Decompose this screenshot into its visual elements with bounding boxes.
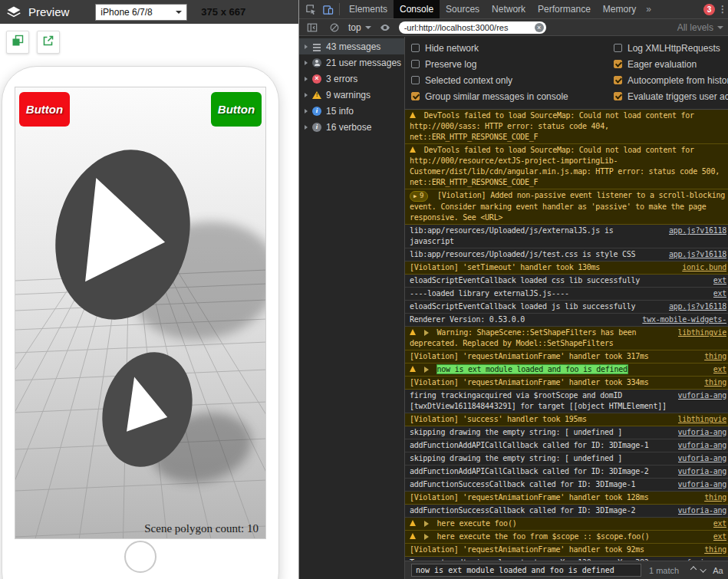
- source-link[interactable]: ext: [713, 531, 726, 542]
- live-expression-eye-icon[interactable]: [377, 19, 394, 36]
- app-button-left[interactable]: Button: [19, 92, 70, 127]
- device-select-value: iPhone 6/7/8: [100, 7, 152, 18]
- clear-console-icon[interactable]: [326, 19, 343, 36]
- expand-caret-icon[interactable]: [305, 93, 308, 97]
- sidebar-filter-info[interactable]: 15 info: [299, 103, 404, 119]
- devtools-tab[interactable]: Elements: [343, 0, 394, 18]
- source-link[interactable]: vuforia-ang: [678, 453, 726, 464]
- source-link[interactable]: vuforia-ang: [678, 390, 726, 401]
- source-link[interactable]: vuforia-ang: [678, 466, 726, 477]
- expand-caret-icon[interactable]: [305, 44, 308, 49]
- source-link[interactable]: vuforia-ang: [678, 479, 726, 490]
- copy-page-button[interactable]: [6, 31, 29, 54]
- console-setting[interactable]: Preserve log: [411, 56, 614, 72]
- checkbox[interactable]: [614, 92, 622, 100]
- expand-caret-icon[interactable]: [305, 61, 308, 65]
- group-count-badge[interactable]: 9: [410, 191, 428, 202]
- message-text: lib:app/resources/Uploaded/js/test.css i…: [410, 250, 635, 258]
- console-filter[interactable]: [399, 21, 546, 34]
- source-link[interactable]: thing: [704, 544, 726, 555]
- source-link[interactable]: ext: [713, 288, 726, 299]
- message-text: [Violation] Added non-passive event list…: [410, 191, 725, 222]
- clear-filter-icon[interactable]: [535, 23, 544, 32]
- device-select[interactable]: iPhone 6/7/8: [95, 4, 187, 21]
- warning-icon: [410, 366, 416, 372]
- source-link[interactable]: libthingvie: [678, 414, 726, 425]
- checkbox[interactable]: [614, 76, 622, 84]
- previous-match-button[interactable]: [691, 564, 696, 577]
- home-button[interactable]: [124, 541, 156, 573]
- expand-caret-icon[interactable]: [305, 77, 308, 81]
- overflow-tabs-icon[interactable]: [642, 4, 655, 15]
- menu-dots-icon[interactable]: [718, 4, 727, 15]
- source-link[interactable]: ionic.bund: [682, 262, 726, 273]
- checkbox[interactable]: [411, 60, 420, 68]
- devtools-tab[interactable]: Performance: [532, 0, 597, 18]
- source-link[interactable]: twx-mobile-widgets-: [642, 314, 726, 325]
- checkbox[interactable]: [411, 76, 420, 84]
- open-external-button[interactable]: [37, 31, 60, 54]
- preview-panel: Preview iPhone 6/7/8 375 x 667: [0, 0, 299, 579]
- console-message: DevTools failed to load SourceMap: Could…: [405, 110, 728, 144]
- devtools-tab[interactable]: Memory: [597, 0, 642, 18]
- message-text: here execute the foo from $scope :: $sco…: [437, 532, 650, 541]
- source-link[interactable]: app.js?v16118: [669, 249, 726, 260]
- source-link[interactable]: libthingvie: [678, 327, 726, 338]
- source-link[interactable]: app.js?v16118: [669, 301, 726, 312]
- devtools-tab[interactable]: Sources: [440, 0, 486, 18]
- console-setting[interactable]: Group similar messages in console: [411, 88, 614, 104]
- match-case-toggle[interactable]: Aa: [713, 566, 723, 575]
- sidebar-filter-warnings[interactable]: 9 warnings: [299, 87, 404, 103]
- checkbox[interactable]: [614, 60, 622, 68]
- checkbox[interactable]: [614, 44, 622, 52]
- expand-caret-icon[interactable]: [424, 330, 429, 336]
- console-setting[interactable]: Selected context only: [411, 72, 614, 88]
- sidebar-filter-user-messages[interactable]: 21 user messages: [299, 54, 404, 71]
- expand-caret-icon[interactable]: [305, 125, 308, 130]
- error-count-badge[interactable]: 3: [703, 4, 715, 15]
- sidebar-filter-verbose[interactable]: 16 verbose: [299, 119, 404, 135]
- message-text: DevTools failed to load SourceMap: Could…: [410, 146, 720, 186]
- checkbox[interactable]: [411, 92, 420, 100]
- source-link[interactable]: thing: [704, 377, 726, 388]
- console-setting[interactable]: Hide network: [411, 40, 614, 56]
- expand-caret-icon[interactable]: [305, 109, 308, 113]
- sidebar-filter-all[interactable]: 43 messages: [299, 38, 404, 54]
- toggle-sidebar-icon[interactable]: [304, 19, 321, 36]
- console-setting[interactable]: Eager evaluation: [614, 56, 728, 72]
- filter-input[interactable]: [404, 23, 535, 32]
- expand-caret-icon[interactable]: [424, 521, 429, 527]
- source-link[interactable]: ext: [713, 518, 726, 529]
- source-link[interactable]: ext: [713, 364, 726, 375]
- console-setting[interactable]: Autocomplete from history: [614, 72, 728, 88]
- polygon-count-label: Scene polygon count: 10: [144, 522, 259, 535]
- checkbox[interactable]: [411, 44, 420, 52]
- console-settings-panel: Hide network Preserve log Selected conte…: [405, 37, 728, 110]
- expand-caret-icon[interactable]: [424, 367, 429, 373]
- device-toolbar-icon[interactable]: [319, 1, 336, 18]
- source-link[interactable]: thing: [704, 492, 726, 503]
- source-link[interactable]: app.js?v16118: [669, 225, 726, 236]
- source-link[interactable]: vuforia-ang: [678, 427, 726, 438]
- context-select-value: top: [348, 22, 361, 33]
- search-input[interactable]: [411, 564, 641, 577]
- devtools-tab[interactable]: Network: [486, 0, 532, 18]
- devtools-tab[interactable]: Console: [394, 0, 440, 18]
- info-icon: [312, 107, 321, 116]
- app-button-right[interactable]: Button: [211, 92, 262, 127]
- sidebar-filter-errors[interactable]: 3 errors: [299, 71, 404, 87]
- console-message: ext now is ext module loaded and foo is …: [405, 364, 728, 377]
- log-levels-select[interactable]: All levels: [677, 22, 723, 33]
- source-link[interactable]: vuforia-ang: [678, 440, 726, 451]
- console-setting[interactable]: Log XMLHttpRequests: [614, 40, 728, 56]
- setting-label: Preserve log: [425, 59, 476, 70]
- expand-caret-icon[interactable]: [424, 534, 429, 540]
- source-link[interactable]: vuforia-ang: [678, 505, 726, 516]
- source-link[interactable]: ext: [713, 275, 726, 286]
- context-select[interactable]: top: [348, 22, 371, 33]
- next-match-button[interactable]: [702, 564, 707, 577]
- source-link[interactable]: thing: [704, 351, 726, 362]
- console-message: ext ----loaded library externalJS.js----: [405, 288, 728, 301]
- inspect-element-icon[interactable]: [302, 1, 319, 18]
- console-setting[interactable]: Evaluate triggers user activation: [614, 88, 728, 104]
